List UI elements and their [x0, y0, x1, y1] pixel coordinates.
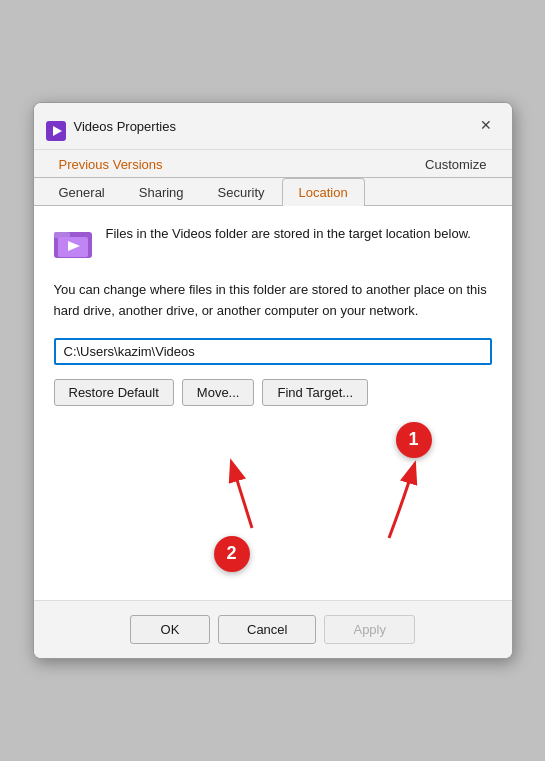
app-icon: [46, 121, 66, 141]
info-section: Files in the Videos folder are stored in…: [54, 224, 492, 264]
tab-sharing[interactable]: Sharing: [122, 178, 201, 206]
ok-button[interactable]: OK: [130, 615, 210, 644]
tab-previous-versions[interactable]: Previous Versions: [42, 150, 180, 178]
apply-button[interactable]: Apply: [324, 615, 415, 644]
cancel-button[interactable]: Cancel: [218, 615, 316, 644]
tab-general[interactable]: General: [42, 178, 122, 206]
arrow-2: [222, 456, 282, 536]
circle-1: 1: [396, 422, 432, 458]
videos-folder-icon: [54, 224, 94, 264]
tabs-row-1: Previous Versions Customize: [34, 150, 512, 178]
footer: OK Cancel Apply: [34, 600, 512, 658]
dialog-window: Videos Properties ✕ Previous Versions Cu…: [33, 102, 513, 659]
path-input[interactable]: [54, 338, 492, 365]
dialog-title: Videos Properties: [74, 119, 464, 144]
tab-location[interactable]: Location: [282, 178, 365, 206]
tab-customize[interactable]: Customize: [408, 150, 503, 178]
tab-security[interactable]: Security: [201, 178, 282, 206]
change-text: You can change where files in this folde…: [54, 280, 492, 322]
title-bar: Videos Properties ✕: [34, 103, 512, 150]
content-area: Files in the Videos folder are stored in…: [34, 206, 512, 600]
tabs-row-2: General Sharing Security Location: [34, 178, 512, 206]
close-button[interactable]: ✕: [472, 111, 500, 139]
annotation-area: 1 2: [54, 422, 492, 582]
move-button[interactable]: Move...: [182, 379, 255, 406]
arrow-1: [354, 458, 424, 548]
info-text: Files in the Videos folder are stored in…: [106, 224, 471, 244]
circle-2: 2: [214, 536, 250, 572]
find-target-button[interactable]: Find Target...: [262, 379, 368, 406]
annotation-badge-2: 2: [214, 536, 250, 572]
action-buttons: Restore Default Move... Find Target...: [54, 379, 492, 406]
annotation-badge-1: 1: [396, 422, 432, 458]
restore-default-button[interactable]: Restore Default: [54, 379, 174, 406]
